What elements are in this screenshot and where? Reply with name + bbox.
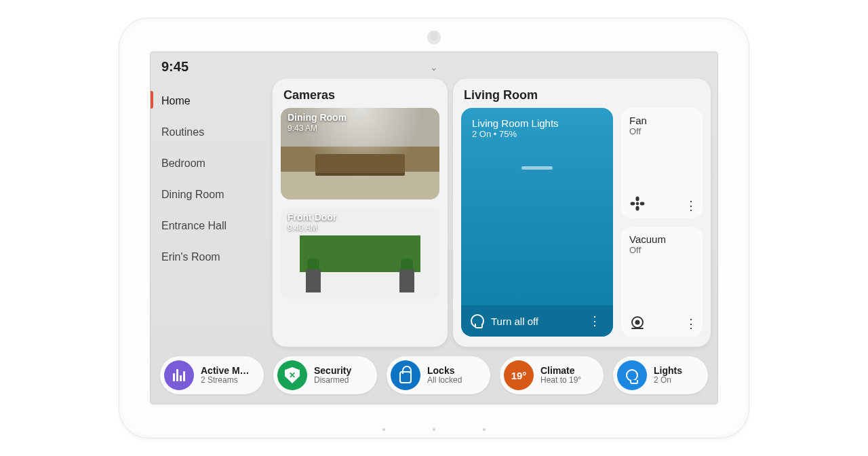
camera-name: Dining Room xyxy=(288,112,347,124)
device-frame: 9:45 ⌄ Home Routines Bedroom Dining Room… xyxy=(119,18,749,438)
svg-point-4 xyxy=(640,202,645,205)
svg-point-2 xyxy=(635,206,639,210)
pill-sub: 2 On xyxy=(654,376,682,385)
camera-name: Front Door xyxy=(288,212,336,223)
pill-sub: Disarmed xyxy=(314,376,351,385)
fan-more-icon[interactable]: ⋮ xyxy=(685,198,697,213)
sidebar-item-bedroom[interactable]: Bedroom xyxy=(151,148,267,179)
camera-time: 9:43 AM xyxy=(288,124,347,133)
pill-sub: All locked xyxy=(427,376,462,385)
equalizer-icon xyxy=(164,360,194,390)
brightness-slider-handle[interactable] xyxy=(521,166,553,170)
vacuum-tile[interactable]: Vacuum Off ⋮ xyxy=(621,227,703,337)
device-speaker-dots xyxy=(382,428,486,431)
pill-title: Climate xyxy=(540,365,581,376)
thermostat-icon: 19° xyxy=(504,360,534,390)
camera-tile-front-door[interactable]: Front Door 9:40 AM xyxy=(281,208,439,299)
pill-security[interactable]: SecurityDisarmed xyxy=(273,356,377,394)
living-room-title: Living Room xyxy=(453,79,711,108)
pill-title: Lights xyxy=(654,365,682,376)
sidebar: Home Routines Bedroom Dining Room Entran… xyxy=(151,79,267,347)
svg-point-1 xyxy=(635,196,639,201)
bulb-icon xyxy=(471,314,484,328)
pill-title: Locks xyxy=(427,365,462,376)
lights-more-icon[interactable]: ⋮ xyxy=(586,314,604,328)
svg-point-6 xyxy=(636,321,639,324)
lights-tile[interactable]: Living Room Lights 2 On • 75% Turn all o… xyxy=(461,108,613,337)
pill-title: Security xyxy=(314,365,351,376)
chevron-down-icon[interactable]: ⌄ xyxy=(161,62,707,73)
pill-sub: 2 Streams xyxy=(201,376,252,385)
top-bar: 9:45 ⌄ xyxy=(151,52,717,76)
lights-status: 2 On • 75% xyxy=(472,129,602,139)
shield-icon xyxy=(277,360,307,390)
pill-active-media[interactable]: Active Media2 Streams xyxy=(160,356,264,394)
living-room-card: Living Room Living Room Lights 2 On • 75… xyxy=(453,79,711,347)
camera-time: 9:40 AM xyxy=(288,223,336,233)
fan-tile[interactable]: Fan Off ⋮ xyxy=(621,108,703,218)
sidebar-item-entrance-hall[interactable]: Entrance Hall xyxy=(151,210,267,242)
vacuum-title: Vacuum xyxy=(629,233,694,245)
screen: 9:45 ⌄ Home Routines Bedroom Dining Room… xyxy=(150,52,718,404)
sidebar-item-dining-room[interactable]: Dining Room xyxy=(151,179,267,210)
pill-title: Active Media xyxy=(201,365,252,376)
svg-point-0 xyxy=(636,202,639,204)
turn-all-off-button[interactable]: Turn all off xyxy=(491,316,579,327)
status-pill-row: Active Media2 Streams SecurityDisarmed L… xyxy=(151,351,717,404)
cameras-card: Cameras Dining Room 9:43 AM Front Door 9… xyxy=(273,79,448,347)
pill-locks[interactable]: LocksAll locked xyxy=(387,356,490,394)
vacuum-more-icon[interactable]: ⋮ xyxy=(685,316,697,331)
camera-tile-label: Dining Room 9:43 AM xyxy=(288,112,347,133)
svg-point-3 xyxy=(631,202,635,205)
lights-title: Living Room Lights xyxy=(472,117,602,129)
sidebar-item-home[interactable]: Home xyxy=(151,86,267,117)
camera-tile-label: Front Door 9:40 AM xyxy=(288,212,336,233)
lock-icon xyxy=(391,360,420,390)
pill-lights[interactable]: Lights2 On xyxy=(613,356,708,394)
camera-tile-dining-room[interactable]: Dining Room 9:43 AM xyxy=(281,108,439,200)
fan-title: Fan xyxy=(629,115,694,126)
pill-climate[interactable]: 19° ClimateHeat to 19° xyxy=(500,356,604,394)
fan-status: Off xyxy=(629,126,694,136)
device-camera xyxy=(427,31,441,44)
cameras-title: Cameras xyxy=(273,79,448,108)
pill-sub: Heat to 19° xyxy=(540,376,581,385)
bulb-icon xyxy=(617,360,647,390)
lights-footer: Turn all off ⋮ xyxy=(461,305,613,337)
sidebar-active-indicator xyxy=(151,91,153,109)
vacuum-status: Off xyxy=(629,245,694,255)
sidebar-item-erins-room[interactable]: Erin's Room xyxy=(151,242,267,273)
sidebar-item-routines[interactable]: Routines xyxy=(151,117,267,148)
